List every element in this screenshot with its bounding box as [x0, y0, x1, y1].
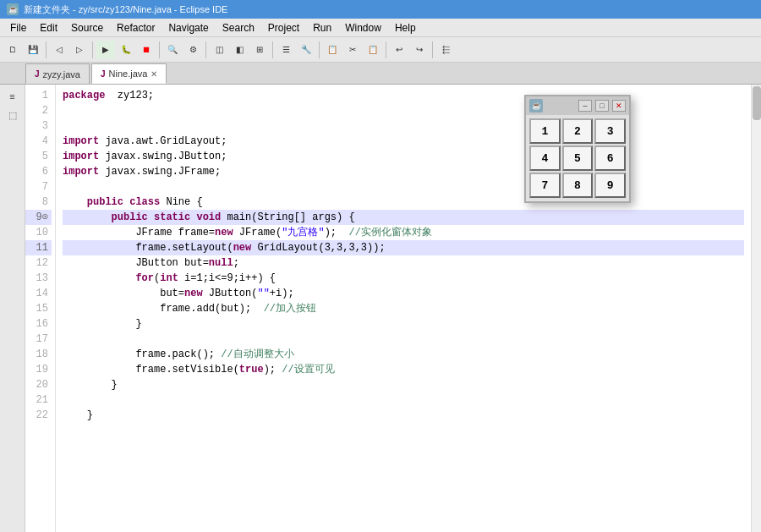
line-num-10: 10 — [25, 225, 52, 240]
swing-preview-window: ☕ – □ ✕ 1 2 3 4 5 6 7 8 9 — [524, 95, 631, 203]
code-line-14: but=new JButton(""+i); — [63, 286, 744, 301]
code-line-9: public static void main(String[] args) { — [63, 210, 744, 225]
toolbar-b4[interactable]: ☰ — [276, 41, 295, 59]
line-num-18: 18 — [25, 347, 52, 362]
code-line-5: import javax.swing.JButton; — [63, 149, 744, 164]
code-line-11: frame.setLayout(new GridLayout(3,3,3,3))… — [63, 240, 744, 255]
toolbar-search[interactable]: 🔍 — [163, 41, 182, 59]
tab-icon-nine: J — [101, 69, 106, 79]
menu-item-source[interactable]: Source — [64, 20, 110, 36]
toolbar-b1[interactable]: ◫ — [210, 41, 228, 59]
menu-item-file[interactable]: File — [3, 20, 33, 36]
menu-item-navigate[interactable]: Navigate — [162, 20, 215, 36]
toolbar-settings[interactable]: ⚙ — [183, 41, 202, 59]
line-num-21: 21 — [25, 392, 52, 408]
toolbar-b8[interactable]: 📋 — [364, 41, 382, 59]
line-num-3: 3 — [25, 118, 52, 134]
menu-item-run[interactable]: Run — [306, 20, 338, 36]
line-num-13: 13 — [25, 271, 52, 286]
toolbar-b5[interactable]: 🔧 — [297, 41, 315, 59]
swing-btn-5[interactable]: 5 — [562, 145, 594, 171]
toolbar-sep-3 — [159, 41, 160, 58]
line-num-8: 8 — [25, 195, 52, 210]
toolbar-next[interactable]: ▷ — [70, 41, 89, 59]
left-panel: ≡ ⬚ — [0, 85, 25, 532]
code-editor[interactable]: package zy123; import java.awt.GridLayou… — [56, 85, 751, 532]
line-num-12: 12 — [25, 255, 52, 271]
line-num-15: 15 — [25, 301, 52, 316]
left-panel-icon-1[interactable]: ≡ — [4, 88, 21, 105]
swing-btn-3[interactable]: 3 — [594, 118, 626, 144]
menu-item-refactor[interactable]: Refactor — [110, 20, 162, 36]
swing-btn-8[interactable]: 8 — [562, 173, 594, 198]
toolbar-save[interactable]: 💾 — [24, 41, 42, 59]
code-line-18: frame.pack(); //自动调整大小 — [63, 347, 744, 362]
menu-item-edit[interactable]: Edit — [33, 20, 64, 36]
toolbar-b3[interactable]: ⊞ — [250, 41, 269, 59]
swing-window-icon: ☕ — [529, 99, 543, 112]
menu-item-search[interactable]: Search — [216, 20, 261, 36]
swing-btn-1[interactable]: 1 — [529, 118, 561, 144]
swing-btn-4[interactable]: 4 — [529, 145, 561, 171]
code-line-8: public class Nine { — [63, 195, 744, 210]
app-icon: ☕ — [7, 3, 19, 15]
toolbar-undo[interactable]: ↩ — [390, 41, 408, 59]
swing-btn-9[interactable]: 9 — [594, 173, 626, 198]
line-num-4: 4 — [25, 134, 52, 149]
toolbar-b6[interactable]: 📋 — [323, 41, 342, 59]
toolbar: 🗋 💾 ◁ ▷ ▶ 🐛 ⏹ 🔍 ⚙ ◫ ◧ ⊞ ☰ 🔧 📋 ✂ 📋 ↩ ↪ ⬱ — [0, 37, 761, 63]
line-num-16: 16 — [25, 316, 52, 332]
main-area: ≡ ⬚ 1 2 3 4 5 6 7 8 9⊙ 10 11 12 13 14 15… — [0, 85, 761, 532]
menu-item-help[interactable]: Help — [388, 20, 423, 36]
toolbar-new[interactable]: 🗋 — [3, 41, 22, 59]
code-line-21 — [63, 392, 744, 408]
swing-button-grid: 1 2 3 4 5 6 7 8 9 — [526, 115, 629, 201]
toolbar-sep-2 — [92, 41, 93, 58]
swing-maximize-btn[interactable]: □ — [595, 100, 609, 112]
tab-nine[interactable]: J Nine.java ✕ — [91, 63, 167, 84]
line-num-7: 7 — [25, 179, 52, 195]
swing-btn-6[interactable]: 6 — [594, 145, 626, 171]
toolbar-back[interactable]: ◁ — [50, 41, 68, 59]
menu-item-window[interactable]: Window — [338, 20, 388, 36]
toolbar-run-ext[interactable]: ▶ — [96, 41, 115, 59]
editor-area: 1 2 3 4 5 6 7 8 9⊙ 10 11 12 13 14 15 16 … — [25, 85, 761, 532]
toolbar-sep-6 — [319, 41, 320, 58]
line-num-11: 11 — [25, 240, 52, 255]
swing-minimize-btn[interactable]: – — [578, 100, 592, 112]
toolbar-sep-5 — [272, 41, 273, 58]
toolbar-sep-7 — [386, 41, 386, 58]
swing-btn-7[interactable]: 7 — [529, 173, 561, 198]
swing-close-btn[interactable]: ✕ — [612, 100, 626, 112]
window-title: 新建文件夹 - zy/src/zy123/Nine.java - Eclipse… — [24, 3, 227, 16]
code-line-2 — [63, 103, 744, 118]
toolbar-debug[interactable]: 🐛 — [117, 41, 135, 59]
code-line-19: frame.setVisible(true); //设置可见 — [63, 362, 744, 377]
line-num-6: 6 — [25, 164, 52, 179]
tab-label-nine: Nine.java — [109, 69, 148, 79]
line-num-1: 1 — [25, 88, 52, 103]
tab-icon-zyzy: J — [35, 69, 40, 79]
code-line-17 — [63, 332, 744, 347]
tab-zyzy[interactable]: J zyzy.java — [25, 63, 90, 84]
tab-label-zyzy: zyzy.java — [43, 69, 80, 80]
code-line-16: } — [63, 316, 744, 332]
swing-btn-2[interactable]: 2 — [562, 118, 594, 144]
toolbar-redo[interactable]: ↪ — [410, 41, 429, 59]
code-line-15: frame.add(but); //加入按钮 — [63, 301, 744, 316]
tab-close-nine[interactable]: ✕ — [151, 69, 157, 79]
toolbar-b7[interactable]: ✂ — [343, 41, 362, 59]
code-line-10: JFrame frame=new JFrame("九宫格"); //实例化窗体对… — [63, 225, 744, 240]
swing-title-bar: ☕ – □ ✕ — [526, 96, 629, 115]
line-num-17: 17 — [25, 332, 52, 347]
line-num-20: 20 — [25, 377, 52, 392]
vertical-scrollbar[interactable] — [751, 85, 761, 532]
menu-item-project[interactable]: Project — [261, 20, 306, 36]
line-num-22: 22 — [25, 408, 52, 423]
toolbar-stop[interactable]: ⏹ — [137, 41, 156, 59]
left-panel-icon-2[interactable]: ⬚ — [4, 107, 21, 123]
line-numbers: 1 2 3 4 5 6 7 8 9⊙ 10 11 12 13 14 15 16 … — [25, 85, 56, 532]
code-line-3 — [63, 118, 744, 134]
toolbar-b2[interactable]: ◧ — [230, 41, 249, 59]
toolbar-ext[interactable]: ⬱ — [436, 41, 455, 59]
